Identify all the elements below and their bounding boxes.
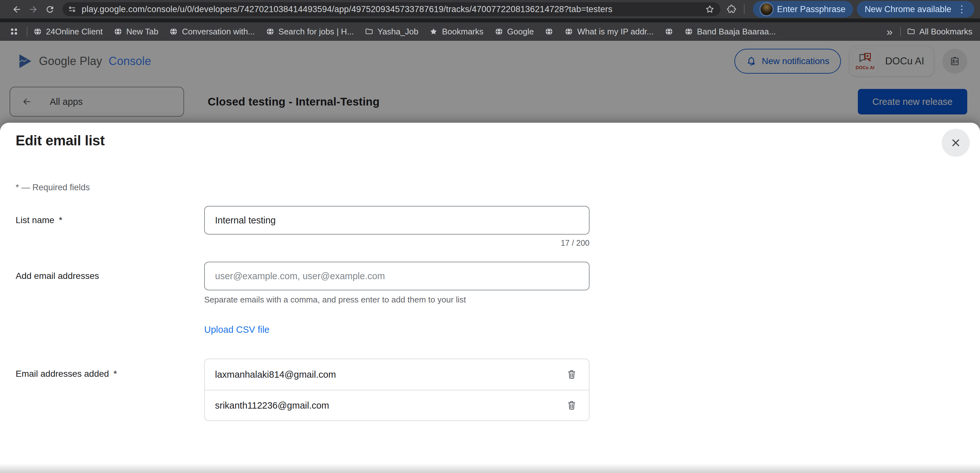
bookmark-item[interactable]: New Tab [114,27,159,37]
emails-added-row: Email addresses added* laxmanhalaki814@g… [16,359,980,421]
bookmarks-separator [27,27,27,37]
email-address: srikanth112236@gmail.com [215,400,329,411]
email-list: laxmanhalaki814@gmail.com srikanth112236… [204,359,590,421]
delete-email-button[interactable] [563,366,581,383]
bookmark-label: Conversation with... [182,27,255,37]
add-emails-label: Add email addresses [16,271,204,281]
scroll-shadow [0,463,980,473]
url-text: play.google.com/console/u/0/developers/7… [82,5,700,14]
site-info-icon[interactable] [68,5,76,14]
globe-icon [266,27,275,36]
bookmarks-list: 24Online ClientNew TabConversation with.… [33,27,787,37]
bookmarks-bar: 24Online ClientNew TabConversation with.… [0,22,980,41]
forward-icon [29,5,38,14]
globe-icon [33,27,42,36]
star-icon [429,27,438,36]
folder-icon [364,27,374,36]
bookmark-label: Yasha_Job [377,27,418,37]
all-bookmarks-label: All Bookmarks [920,27,972,37]
counter-row: 17 / 200 [16,238,980,248]
email-row: laxmanhalaki814@gmail.com [205,359,589,390]
bookmark-item[interactable]: Search for jobs | H... [266,27,354,37]
globe-icon [564,27,573,36]
bookmark-label: 24Online Client [46,27,103,37]
bookmark-item[interactable] [544,27,554,36]
bookmarks-right: » All Bookmarks [886,26,972,37]
delete-email-button[interactable] [563,397,581,414]
emails-added-label: Email addresses added* [16,359,204,379]
globe-icon [684,27,693,36]
puzzle-icon [727,5,736,14]
edit-email-list-modal: Edit email list * — Required fields List… [0,123,980,473]
forward-button[interactable] [25,1,41,17]
bookmark-label: Search for jobs | H... [278,27,354,37]
upload-csv-link[interactable]: Upload CSV file [204,324,270,335]
new-chrome-label: New Chrome available [864,5,951,14]
add-emails-row: Add email addresses [16,262,980,290]
browser-toolbar: play.google.com/console/u/0/developers/7… [0,0,980,19]
globe-icon [169,27,178,36]
screen: play.google.com/console/u/0/developers/7… [0,0,980,473]
wallet-avatar-icon [760,3,773,15]
bookmarks-overflow-button[interactable]: » [886,26,892,37]
required-fields-note: * — Required fields [16,183,980,192]
bookmark-item[interactable] [665,27,673,36]
email-row: srikanth112236@gmail.com [205,390,589,421]
list-name-input[interactable] [204,206,590,235]
required-asterisk: * [59,215,62,225]
bookmark-label: What is my IP addr... [577,27,653,37]
play-console-page: Google Play Console New notifications [0,41,980,473]
bookmark-item[interactable]: Band Baaja Baaraa... [684,27,776,37]
add-emails-helper: Separate emails with a comma, and press … [204,295,590,305]
char-counter: 17 / 200 [204,238,590,248]
helper-row: Separate emails with a comma, and press … [16,295,980,305]
enter-passphrase-button[interactable]: Enter Passphrase [753,1,853,17]
bookmark-item[interactable]: What is my IP addr... [564,27,653,37]
close-modal-button[interactable] [942,129,970,157]
reload-button[interactable] [41,1,58,17]
email-address: laxmanhalaki814@gmail.com [215,370,336,380]
bookmarks-separator-2 [900,27,901,37]
back-button[interactable] [8,1,25,17]
required-asterisk: * [114,369,117,379]
all-bookmarks-button[interactable]: All Bookmarks [907,27,972,37]
bookmark-label: New Tab [126,27,159,37]
globe-icon [544,27,554,36]
url-bar[interactable]: play.google.com/console/u/0/developers/7… [62,2,720,16]
bookmark-label: Bookmarks [442,27,483,37]
apps-grid-icon [10,27,19,36]
toolbar-gap [0,19,980,22]
star-outline-icon [705,5,714,14]
extensions-button[interactable] [727,5,736,14]
email-list-form: List name* 17 / 200 Add email addresses … [16,206,980,421]
close-icon [950,137,961,149]
bookmark-item[interactable]: Bookmarks [429,27,483,37]
bookmark-label: Band Baaja Baaraa... [697,27,776,37]
bookmark-star-button[interactable] [705,5,714,14]
upload-row: Upload CSV file [16,324,980,335]
bookmark-item[interactable]: 24Online Client [33,27,103,37]
folder-icon [907,27,916,36]
list-name-label: List name* [16,215,204,225]
globe-icon [665,27,673,36]
trash-icon [566,369,578,380]
list-name-row: List name* [16,206,980,235]
bookmark-item[interactable]: Yasha_Job [364,27,418,37]
add-emails-input[interactable] [204,262,590,290]
back-icon [12,5,22,14]
bookmark-item[interactable]: Conversation with... [169,27,255,37]
browser-menu-icon[interactable]: ⋮ [957,5,967,14]
globe-icon [495,27,503,36]
reload-icon [45,5,55,14]
bookmark-item[interactable]: Google [495,27,534,37]
globe-icon [114,27,123,36]
modal-title: Edit email list [16,131,980,150]
toolbar-separator [744,5,745,14]
trash-icon [566,400,578,411]
apps-grid-button[interactable] [10,27,19,36]
new-chrome-button[interactable]: New Chrome available ⋮ [857,1,974,17]
enter-passphrase-label: Enter Passphrase [777,5,846,14]
bookmark-label: Google [507,27,534,37]
